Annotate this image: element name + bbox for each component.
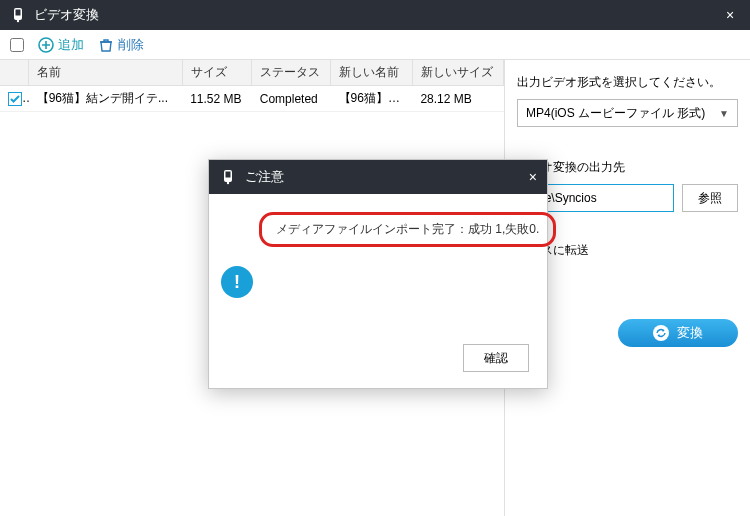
dialog-close-button[interactable]: × <box>529 169 537 185</box>
notice-dialog: ご注意 × ! メディアファイルインポート完了：成功 1,失敗0. 確認 <box>208 159 548 389</box>
transfer-label: バイスに転送 <box>517 242 738 259</box>
delete-label: 削除 <box>118 36 144 54</box>
convert-label: 変換 <box>677 324 703 342</box>
format-label: 出力ビデオ形式を選択してください。 <box>517 74 738 91</box>
add-button[interactable]: 追加 <box>38 36 84 54</box>
svg-point-6 <box>227 182 229 184</box>
dialog-title: ご注意 <box>245 168 284 186</box>
add-icon <box>38 37 54 53</box>
window-titlebar: ビデオ変換 × <box>0 0 750 30</box>
col-name[interactable]: 名前 <box>29 60 183 86</box>
cell-size: 11.52 MB <box>182 86 252 112</box>
convert-button[interactable]: 変換 <box>618 319 738 347</box>
output-label: ビデオ変換の出力先 <box>517 159 738 176</box>
cell-new-name: 【96猫】結... <box>331 86 413 112</box>
window-close-button[interactable]: × <box>720 7 740 23</box>
delete-button[interactable]: 削除 <box>98 36 144 54</box>
svg-rect-2 <box>16 10 21 16</box>
svg-rect-7 <box>226 172 231 178</box>
dialog-ok-button[interactable]: 確認 <box>463 344 529 372</box>
table-row[interactable]: 【96猫】結ンデ開イテ... 11.52 MB Completed 【96猫】結… <box>0 86 504 112</box>
chevron-down-icon: ▼ <box>719 108 729 119</box>
dialog-message: メディアファイルインポート完了：成功 1,失敗0. <box>259 212 556 247</box>
dialog-app-icon <box>219 168 237 186</box>
window-title: ビデオ変換 <box>34 6 99 24</box>
select-all-checkbox[interactable] <box>10 38 24 52</box>
file-table: 名前 サイズ ステータス 新しい名前 新しいサイズ 【96猫】結ンデ開イテ...… <box>0 60 504 112</box>
info-icon: ! <box>221 266 253 298</box>
svg-point-1 <box>17 20 19 22</box>
cell-status: Completed <box>252 86 331 112</box>
refresh-icon <box>653 325 669 341</box>
row-checkbox[interactable] <box>0 86 29 112</box>
cell-new-size: 28.12 MB <box>412 86 503 112</box>
dialog-titlebar: ご注意 × <box>209 160 547 194</box>
format-select[interactable]: MP4(iOS ムービーファイル 形式) ▼ <box>517 99 738 127</box>
app-icon <box>10 7 26 23</box>
browse-button[interactable]: 参照 <box>682 184 738 212</box>
cell-name: 【96猫】結ンデ開イテ... <box>29 86 183 112</box>
col-size[interactable]: サイズ <box>182 60 252 86</box>
col-new-name[interactable]: 新しい名前 <box>331 60 413 86</box>
col-new-size[interactable]: 新しいサイズ <box>412 60 503 86</box>
col-status[interactable]: ステータス <box>252 60 331 86</box>
add-label: 追加 <box>58 36 84 54</box>
trash-icon <box>98 37 114 53</box>
format-value: MP4(iOS ムービーファイル 形式) <box>526 105 705 122</box>
toolbar: 追加 削除 <box>0 30 750 60</box>
